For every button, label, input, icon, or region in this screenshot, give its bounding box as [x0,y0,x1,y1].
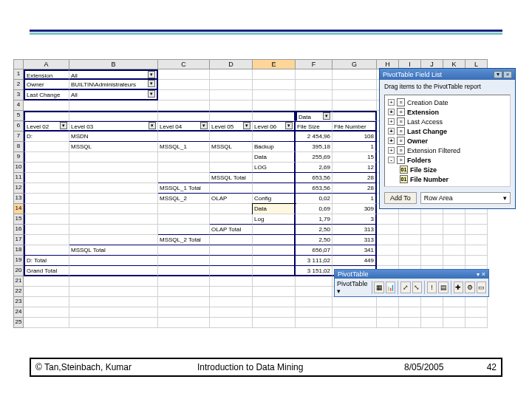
pivot-cell[interactable]: D: [24,132,69,142]
pivot-cell[interactable]: LOG [253,163,296,173]
pivot-cell[interactable]: 3 151,02 [296,266,332,276]
expand-icon[interactable]: + [388,118,395,125]
field-item[interactable]: +≡Creation Date [386,98,508,107]
expand-icon[interactable]: + [388,147,395,154]
row-25[interactable]: 25 [13,318,24,328]
data-header[interactable]: Data▾ [296,111,332,121]
row-22[interactable]: 22 [13,287,24,297]
pivot-cell[interactable]: OLAP [210,194,253,204]
area-select[interactable]: Row Area▾ [420,192,511,204]
row-17[interactable]: 17 [13,235,24,245]
dropdown-icon[interactable]: ▾ [285,122,293,129]
row-15[interactable]: 15 [13,214,24,225]
pivot-cell[interactable]: 313 [332,225,377,235]
col-F[interactable]: F [296,59,332,69]
pivot-field-list-panel[interactable]: PivotTable Field List ▾× Drag items to t… [379,68,516,209]
col-B[interactable]: B [69,59,158,69]
col-E[interactable]: E [253,59,296,69]
include-icon[interactable]: ✚ [454,282,463,293]
pivot-cell[interactable]: 2,50 [296,235,332,245]
row-7[interactable]: 7 [13,132,24,142]
pivot-cell[interactable]: 1 [332,194,377,204]
add-to-button[interactable]: Add To [384,192,417,204]
pivot-cell[interactable]: 313 [332,235,377,245]
row-18[interactable]: 18 [13,245,24,256]
active-cell[interactable]: Data [253,204,296,214]
refresh-icon[interactable]: ! [427,282,437,293]
field-item[interactable]: +≡Extension Filtered [386,146,508,155]
pivot-cell[interactable]: D: Total [24,256,69,266]
pivot-cell[interactable]: 656,07 [296,245,332,256]
pivot-cell[interactable]: 0,69 [296,204,332,214]
expand-icon[interactable]: + [388,99,395,106]
pivot-cell[interactable]: 1 [332,142,377,152]
panel-title-bar[interactable]: PivotTable Field List ▾× [380,69,515,80]
pivot-cell[interactable]: OLAP Total [210,225,253,235]
field-tree[interactable]: +≡Creation Date +≡Extension +≡Last Acces… [384,95,511,187]
dropdown-icon[interactable]: ▾ [200,122,208,129]
pivot-cell[interactable]: MSSQL Total [69,245,158,256]
level05-header[interactable]: Level 05▾ [210,121,253,132]
pivot-cell[interactable]: 28 [332,173,377,183]
row-6[interactable]: 6 [13,121,24,132]
chart-wizard-icon[interactable]: 📊 [386,282,395,293]
pivot-cell[interactable]: 309 [332,204,377,214]
show-fields-icon[interactable]: ▭ [477,282,486,293]
dropdown-icon[interactable]: ▾ [148,71,155,78]
field-list-icon[interactable]: ▤ [438,282,448,293]
row-5[interactable]: 5 [13,111,24,121]
select-all-cell[interactable] [13,59,24,69]
row-4[interactable]: 4 [13,100,24,111]
col-D[interactable]: D [210,59,253,69]
dropdown-icon[interactable]: ▾ [148,90,155,98]
row-14[interactable]: 14 [13,204,24,214]
row-13[interactable]: 13 [13,194,24,204]
expand-icon[interactable]: + [388,109,395,115]
pivot-cell[interactable]: MSDN [69,132,158,142]
filter-value[interactable]: BUILTIN\Administrateurs▾ [69,80,158,90]
pivot-cell[interactable]: 28 [332,183,377,194]
format-report-icon[interactable]: ▦ [374,282,383,293]
field-settings-icon[interactable]: ⚙ [465,282,474,293]
dropdown-icon[interactable]: ▾ [148,80,155,87]
pivot-cell[interactable]: MSSQL [210,142,253,152]
row-1[interactable]: 1 [13,69,24,80]
field-item[interactable]: +≡Extension [386,107,508,117]
row-16[interactable]: 16 [13,225,24,235]
show-detail-icon[interactable]: ⤡ [412,282,422,293]
pivot-cell[interactable]: 395,18 [296,142,332,152]
row-20[interactable]: 20 [13,266,24,276]
col-A[interactable]: A [24,59,69,69]
row-3[interactable]: 3 [13,90,24,100]
chevron-down-icon[interactable]: ▾ [503,194,507,202]
level06-header[interactable]: Level 06▾ [253,121,296,132]
pivot-cell[interactable]: Config [253,194,296,204]
pivot-cell[interactable]: 0,02 [296,194,332,204]
field-child[interactable]: 01File Number [386,174,508,184]
pivot-cell[interactable]: MSSQL Total [210,173,253,183]
pivot-menu-button[interactable]: PivotTable ▾ [337,280,369,295]
pivot-cell[interactable]: 12 [332,163,377,173]
field-item[interactable]: -≡Folders [386,155,508,165]
dropdown-icon[interactable]: ▾ [60,122,67,129]
row-19[interactable]: 19 [13,256,24,266]
row-9[interactable]: 9 [13,152,24,163]
pivot-cell[interactable]: 108 [332,132,377,142]
pivot-toolbar[interactable]: PivotTable ▾ × PivotTable ▾ ▦ 📊 ⤢ ⤡ ! ▤ … [334,269,489,297]
pivot-cell[interactable]: Backup [253,142,296,152]
row-8[interactable]: 8 [13,142,24,152]
close-icon[interactable]: × [503,71,512,78]
collapse-icon[interactable]: - [388,157,395,163]
pivot-cell[interactable]: 449 [332,256,377,266]
row-21[interactable]: 21 [13,276,24,287]
hide-detail-icon[interactable]: ⤢ [400,282,410,293]
pivot-cell[interactable]: 653,56 [296,183,332,194]
pivot-cell[interactable]: MSSQL_2 [158,194,210,204]
pivot-cell[interactable]: 15 [332,152,377,163]
field-item[interactable]: +≡Last Change [386,126,508,136]
dropdown-icon[interactable]: ▾ [149,122,156,129]
pivot-cell[interactable]: 255,69 [296,152,332,163]
pivot-cell[interactable]: MSSQL [69,142,158,152]
pivot-cell[interactable]: Data [253,152,296,163]
pivot-cell[interactable]: 2,50 [296,225,332,235]
